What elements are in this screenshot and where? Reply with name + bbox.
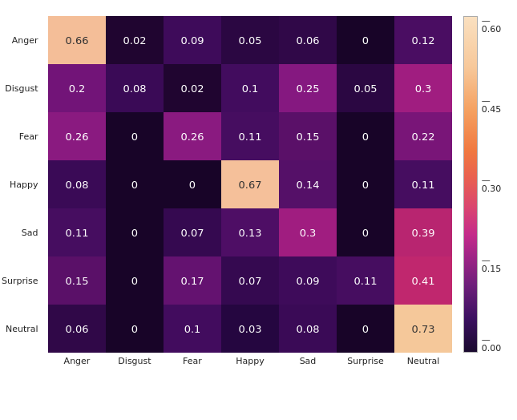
row-label-fear: Fear	[2, 112, 43, 160]
cell-0-1: 0.02	[106, 16, 164, 64]
cell-6-4: 0.08	[279, 305, 337, 353]
cell-1-1: 0.08	[106, 64, 164, 112]
col-label-surprise: Surprise	[337, 356, 394, 366]
col-label-neutral: Neutral	[394, 356, 452, 366]
colorbar-tick: — 0.45	[482, 96, 509, 114]
cell-6-3: 0.03	[221, 305, 279, 353]
row-label-neutral: Neutral	[2, 305, 43, 353]
cell-0-4: 0.06	[279, 16, 337, 64]
cell-0-2: 0.09	[164, 16, 221, 64]
cell-6-0: 0.06	[48, 305, 106, 353]
cell-2-6: 0.22	[394, 112, 452, 160]
cell-3-6: 0.11	[394, 160, 452, 208]
matrix-area: AngerDisgustFearHappySadSurpriseNeutral …	[48, 16, 452, 366]
col-label-sad: Sad	[279, 356, 337, 366]
cell-0-5: 0	[337, 16, 394, 64]
col-label-disgust: Disgust	[106, 356, 164, 366]
confusion-matrix-grid: 0.660.020.090.050.0600.120.20.080.020.10…	[48, 16, 452, 353]
colorbar-tick: — 0.00	[482, 335, 509, 353]
cell-4-3: 0.13	[221, 208, 279, 256]
cell-3-4: 0.14	[279, 160, 337, 208]
colorbar-tick: — 0.30	[482, 176, 509, 193]
cell-3-0: 0.08	[48, 160, 106, 208]
row-label-disgust: Disgust	[2, 64, 43, 112]
col-labels: AngerDisgustFearHappySadSurpriseNeutral	[48, 356, 452, 366]
cell-2-5: 0	[337, 112, 394, 160]
cell-4-2: 0.07	[164, 208, 221, 256]
cell-1-5: 0.05	[337, 64, 394, 112]
cell-3-3: 0.67	[221, 160, 279, 208]
colorbar-gradient	[463, 16, 478, 353]
cell-1-0: 0.2	[48, 64, 106, 112]
cell-0-6: 0.12	[394, 16, 452, 64]
row-label-happy: Happy	[2, 160, 43, 208]
cell-3-2: 0	[164, 160, 221, 208]
cell-4-4: 0.3	[279, 208, 337, 256]
cell-6-1: 0	[106, 305, 164, 353]
cell-2-4: 0.15	[279, 112, 337, 160]
cell-2-3: 0.11	[221, 112, 279, 160]
cell-5-2: 0.17	[164, 256, 221, 305]
cell-1-2: 0.02	[164, 64, 221, 112]
cell-1-3: 0.1	[221, 64, 279, 112]
cell-1-4: 0.25	[279, 64, 337, 112]
cell-3-1: 0	[106, 160, 164, 208]
row-labels: AngerDisgustFearHappySadSurpriseNeutral	[2, 16, 43, 353]
cell-1-6: 0.3	[394, 64, 452, 112]
colorbar-area: — 0.60— 0.45— 0.30— 0.15— 0.00	[463, 16, 509, 353]
cell-5-4: 0.09	[279, 256, 337, 305]
row-label-surprise: Surprise	[2, 256, 43, 305]
cell-0-3: 0.05	[221, 16, 279, 64]
cell-4-6: 0.39	[394, 208, 452, 256]
cell-6-2: 0.1	[164, 305, 221, 353]
col-label-happy: Happy	[221, 356, 279, 366]
colorbar-ticks: — 0.60— 0.45— 0.30— 0.15— 0.00	[482, 16, 509, 353]
col-label-fear: Fear	[164, 356, 221, 366]
cell-5-3: 0.07	[221, 256, 279, 305]
row-label-anger: Anger	[2, 16, 43, 64]
cell-5-1: 0	[106, 256, 164, 305]
colorbar-tick: — 0.15	[482, 256, 509, 273]
col-label-anger: Anger	[48, 356, 106, 366]
cell-4-5: 0	[337, 208, 394, 256]
cell-2-0: 0.26	[48, 112, 106, 160]
cell-3-5: 0	[337, 160, 394, 208]
cell-6-6: 0.73	[394, 305, 452, 353]
cell-0-0: 0.66	[48, 16, 106, 64]
cell-6-5: 0	[337, 305, 394, 353]
cell-2-1: 0	[106, 112, 164, 160]
cell-5-6: 0.41	[394, 256, 452, 305]
chart-container: AngerDisgustFearHappySadSurpriseNeutral …	[0, 0, 517, 420]
row-label-sad: Sad	[2, 208, 43, 256]
cell-4-0: 0.11	[48, 208, 106, 256]
cell-2-2: 0.26	[164, 112, 221, 160]
colorbar-tick: — 0.60	[482, 16, 509, 34]
cell-5-0: 0.15	[48, 256, 106, 305]
cell-5-5: 0.11	[337, 256, 394, 305]
cell-4-1: 0	[106, 208, 164, 256]
